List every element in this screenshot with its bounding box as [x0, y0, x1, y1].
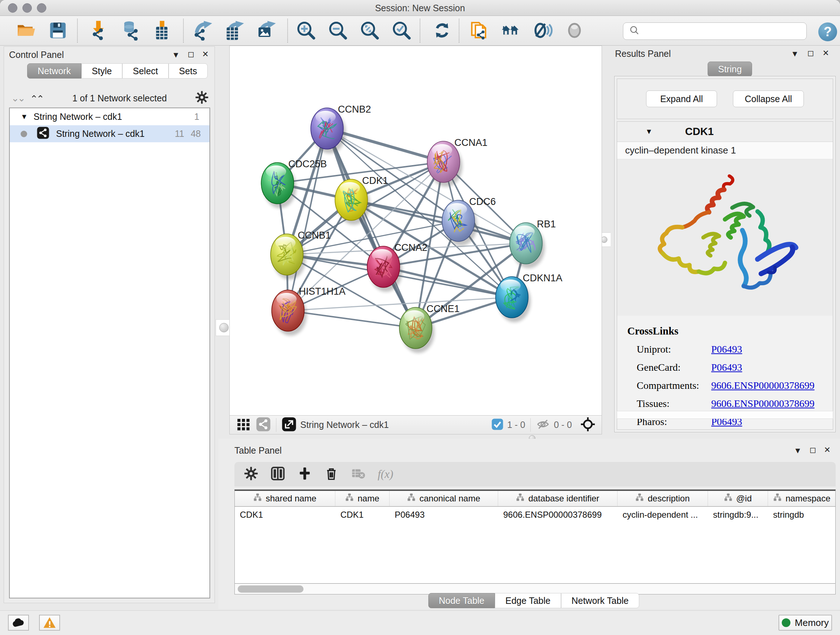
gene-collapse-icon[interactable]: ▼ — [645, 127, 653, 136]
column-header-canonical-name[interactable]: canonical name — [390, 491, 498, 506]
table-tabs: Node TableEdge TableNetwork Table — [428, 593, 639, 608]
tab-sets[interactable]: Sets — [169, 63, 208, 79]
crosslink-link[interactable]: P06493 — [711, 362, 742, 373]
main-toolbar: ? — [0, 16, 840, 46]
collapse-all-tree-icon[interactable]: ⌄⌄ — [11, 93, 24, 104]
open-file-button[interactable] — [14, 19, 38, 43]
zoom-fit-button[interactable] — [358, 19, 381, 43]
crosslink-row: GeneCard: P06493 — [627, 362, 833, 373]
network-edge[interactable] — [384, 267, 512, 297]
column-header--id[interactable]: @id — [708, 491, 768, 506]
crosslink-link[interactable]: 9606.ENSP00000378699 — [711, 398, 814, 409]
column-header-shared-name[interactable]: shared name — [235, 491, 335, 506]
sphere-button[interactable] — [563, 19, 586, 43]
string-home-button[interactable] — [499, 19, 523, 43]
current-network-name: String Network – cdk1 — [300, 420, 389, 430]
export-table-button[interactable] — [223, 19, 246, 43]
string-results-container: Expand All Collapse All ▼ CDK1 cyclin–de… — [614, 76, 836, 432]
control-panel-menu-icon[interactable]: ▼ — [172, 50, 180, 60]
tab-network-table[interactable]: Network Table — [561, 593, 639, 608]
table-cell[interactable]: P06493 — [390, 507, 498, 523]
delete-column-trash-icon[interactable] — [324, 466, 339, 482]
network-share-icon[interactable] — [256, 417, 271, 433]
results-scrollbar[interactable] — [617, 411, 833, 419]
network-edge[interactable] — [288, 128, 327, 310]
table-cell[interactable]: stringdb:9... — [708, 507, 768, 523]
control-panel-float-icon[interactable]: ◻ — [188, 50, 194, 59]
warning-button[interactable] — [39, 615, 60, 631]
grid-view-icon[interactable] — [236, 417, 251, 433]
network-options-gear-icon[interactable] — [195, 90, 209, 106]
column-header-database-identifier[interactable]: database identifier — [498, 491, 617, 506]
network-edge[interactable] — [327, 128, 416, 328]
string-home-icon — [501, 20, 521, 42]
tab-node-table[interactable]: Node Table — [428, 593, 495, 608]
table-row[interactable]: CDK1CDK1P064939606.ENSP00000378699cyclin… — [235, 507, 835, 523]
tab-string[interactable]: String — [707, 62, 752, 77]
open-in-window-icon[interactable] — [281, 417, 297, 433]
network-edge[interactable] — [288, 310, 416, 328]
crosslink-row: Compartments: 9606.ENSP00000378699 — [627, 380, 833, 391]
import-network-button[interactable] — [87, 19, 110, 43]
table-panel: Table Panel ▼ ◻ ✕ f(x) shared namen — [218, 439, 840, 609]
results-panel-close-icon[interactable]: ✕ — [823, 49, 829, 58]
table-cell[interactable]: 9606.ENSP00000378699 — [498, 507, 617, 523]
crosslink-link[interactable]: P06493 — [711, 344, 742, 355]
cloud-button[interactable] — [8, 615, 29, 631]
table-settings-gear-icon[interactable] — [244, 466, 258, 482]
network-view-canvas[interactable]: CCNB2CCNA1CDC25BCDK1CDC6RB1CCNB1CCNA2CDK… — [229, 46, 602, 416]
birdseye-navigator-icon[interactable] — [580, 416, 596, 434]
table-cell[interactable]: cyclin-dependent ... — [617, 507, 708, 523]
table-panel-menu-icon[interactable]: ▼ — [794, 446, 802, 455]
tree-expand-icon[interactable]: ▼ — [21, 112, 28, 121]
control-panel-close-icon[interactable]: ✕ — [202, 50, 209, 59]
import-table-button[interactable] — [150, 19, 174, 43]
refresh-layout-button[interactable] — [431, 19, 454, 43]
results-panel: Results Panel ▼ ◻ ✕ String Expand All Co… — [611, 46, 838, 436]
import-database-button[interactable] — [118, 19, 142, 43]
memory-button[interactable]: Memory — [778, 615, 832, 631]
export-table-icon — [224, 20, 245, 42]
column-header-description[interactable]: description — [617, 491, 708, 506]
save-session-button[interactable] — [46, 19, 69, 43]
collapse-all-button[interactable]: Collapse All — [733, 90, 804, 107]
table-panel-close-icon[interactable]: ✕ — [824, 445, 831, 455]
zoom-in-button[interactable] — [294, 19, 317, 43]
tab-select[interactable]: Select — [122, 63, 168, 79]
network-collection-row[interactable]: ▼ String Network – cdk1 1 — [10, 108, 210, 125]
zoom-selected-button[interactable] — [390, 19, 413, 43]
export-network-button[interactable] — [191, 19, 214, 43]
results-panel-float-icon[interactable]: ◻ — [807, 49, 814, 58]
table-cell[interactable]: CDK1 — [235, 507, 335, 523]
node-label-cdc6: CDC6 — [469, 196, 496, 207]
results-panel-menu-icon[interactable]: ▼ — [791, 49, 799, 59]
add-column-icon[interactable] — [297, 466, 312, 482]
clone-network-button[interactable] — [467, 19, 491, 43]
node-label-hist1h1a: HIST1H1A — [299, 286, 346, 297]
expand-all-button[interactable]: Expand All — [646, 90, 717, 107]
node-table[interactable]: shared namenamecanonical namedatabase id… — [234, 489, 836, 584]
column-header-name[interactable]: name — [335, 491, 390, 506]
column-header-namespace[interactable]: namespace — [768, 491, 836, 506]
selected-checkbox-icon[interactable] — [491, 418, 504, 432]
toolbar-separator — [420, 19, 420, 43]
expand-all-tree-icon[interactable]: ⌄⌄ — [32, 93, 44, 104]
table-cell[interactable]: stringdb — [768, 507, 836, 523]
hide-panel-button[interactable] — [531, 19, 554, 43]
network-row[interactable]: String Network – cdk1 11 48 — [10, 125, 210, 142]
import-network-icon — [88, 20, 109, 42]
scrollbar-thumb[interactable] — [238, 585, 303, 593]
show-columns-icon[interactable] — [271, 466, 285, 482]
table-cell[interactable]: CDK1 — [335, 507, 390, 523]
help-button[interactable]: ? — [818, 22, 837, 41]
tab-edge-table[interactable]: Edge Table — [495, 593, 561, 608]
crosslink-link[interactable]: 9606.ENSP00000378699 — [711, 380, 814, 391]
zoom-out-button[interactable] — [326, 19, 349, 43]
search-box[interactable] — [623, 22, 807, 40]
sphere-icon — [565, 21, 584, 41]
search-input[interactable] — [644, 24, 806, 38]
tab-style[interactable]: Style — [81, 63, 123, 79]
tab-network[interactable]: Network — [27, 63, 81, 79]
export-image-button[interactable] — [255, 19, 278, 43]
table-panel-float-icon[interactable]: ◻ — [810, 445, 816, 455]
